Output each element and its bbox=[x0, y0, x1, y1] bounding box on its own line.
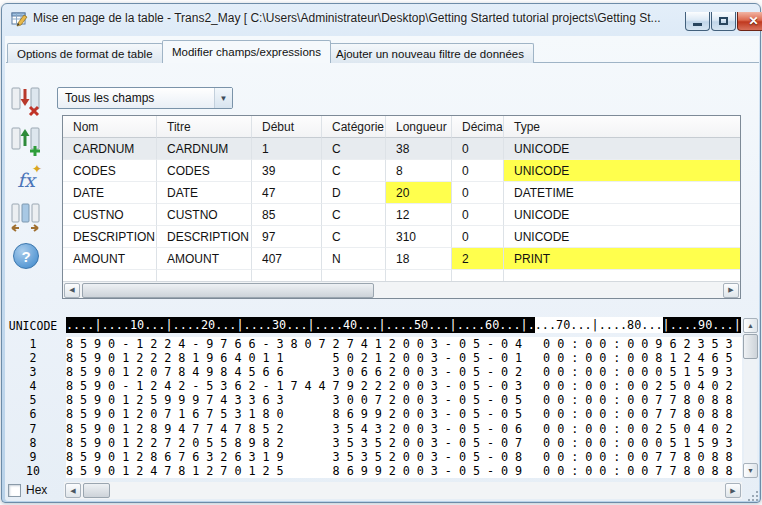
table-row-description[interactable]: DESCRIPTION DESCRIPTION 97 C 310 0 UNICO… bbox=[63, 226, 740, 248]
scroll-right-button[interactable]: ▶ bbox=[725, 483, 741, 498]
table-row-date[interactable]: DATE DATE 47 D 20 0 DATETIME bbox=[63, 182, 740, 204]
help-button[interactable]: ? bbox=[10, 240, 42, 272]
data-row[interactable]: 8590124781270125 86992003-05-09 00:00:00… bbox=[66, 464, 742, 478]
cell-categorie[interactable]: C bbox=[322, 204, 386, 226]
cell-nom[interactable]: AMOUNT bbox=[63, 248, 157, 270]
field-filter-combobox[interactable]: Tous les champs ▼ bbox=[57, 87, 233, 109]
resize-grip[interactable] bbox=[746, 489, 758, 501]
data-row[interactable]: 8590128947747852 35432003-05-06 00:00:00… bbox=[66, 422, 742, 436]
hscroll-thumb[interactable] bbox=[82, 283, 374, 298]
restore-button[interactable] bbox=[711, 12, 736, 31]
cell-longueur[interactable]: 38 bbox=[386, 138, 452, 160]
table-row-codes[interactable]: CODES CODES 39 C 8 0 UNICODE bbox=[63, 160, 740, 182]
ruler-covered-segment[interactable]: ....|....10...|....20...|....30...|....4… bbox=[66, 317, 535, 333]
cell-decimales[interactable]: 0 bbox=[452, 160, 504, 182]
cell-titre[interactable]: AMOUNT bbox=[157, 248, 252, 270]
ruler-covered-segment[interactable]: |....90...| bbox=[663, 317, 741, 333]
close-button[interactable]: ✕ bbox=[737, 12, 762, 31]
cell-debut[interactable]: 47 bbox=[252, 182, 322, 204]
cell-categorie[interactable]: N bbox=[322, 248, 386, 270]
cell-debut[interactable]: 85 bbox=[252, 204, 322, 226]
cell-longueur[interactable]: 18 bbox=[386, 248, 452, 270]
cell-decimales[interactable]: 0 bbox=[452, 182, 504, 204]
ruler-gap-segment[interactable]: ...70...|....80... bbox=[535, 317, 663, 333]
cell-titre[interactable]: CARDNUM bbox=[157, 138, 252, 160]
column-header-decimales[interactable]: Décimales bbox=[452, 116, 504, 138]
cell-categorie[interactable]: C bbox=[322, 226, 386, 248]
table-row-amount[interactable]: AMOUNT AMOUNT 407 N 18 2 PRINT bbox=[63, 248, 740, 270]
cell-decimales[interactable]: 0 bbox=[452, 204, 504, 226]
data-row[interactable]: 8590128676326319 35352003-05-08 00:00:00… bbox=[66, 450, 742, 464]
cell-longueur-highlighted[interactable]: 20 bbox=[386, 182, 452, 204]
scroll-up-button[interactable]: ▲ bbox=[743, 318, 758, 333]
scroll-down-button[interactable]: ▼ bbox=[743, 463, 758, 478]
tab-edit-fields-expressions[interactable]: Modifier champs/expressions bbox=[162, 40, 331, 63]
column-header-debut[interactable]: Début bbox=[252, 116, 322, 138]
title-bar[interactable]: Mise en page de la table - Trans2_May [ … bbox=[2, 4, 760, 35]
column-resize-button[interactable] bbox=[10, 202, 42, 234]
data-row[interactable]: 8590122720558982 35352003-05-07 00:00:00… bbox=[66, 436, 742, 450]
cell-categorie[interactable]: C bbox=[322, 160, 386, 182]
data-row[interactable]: 8590-1242-5362-174479222003-05-03 00:00:… bbox=[66, 379, 742, 393]
cell-decimales[interactable]: 0 bbox=[452, 226, 504, 248]
column-header-longueur[interactable]: Longueur bbox=[386, 116, 452, 138]
cell-nom[interactable]: CARDNUM bbox=[63, 138, 157, 160]
hex-checkbox[interactable] bbox=[8, 484, 21, 497]
vscroll-thumb[interactable] bbox=[743, 334, 758, 359]
tab-table-format-options[interactable]: Options de format de table bbox=[7, 43, 163, 63]
table-row-cardnum[interactable]: CARDNUM CARDNUM 1 C 38 0 UNICODE bbox=[63, 138, 740, 160]
field-filter-value: Tous les champs bbox=[58, 91, 214, 105]
data-row[interactable]: 8590122281964011 50212003-05-01 00:00:00… bbox=[66, 351, 742, 365]
cell-nom[interactable]: DESCRIPTION bbox=[63, 226, 157, 248]
data-row[interactable]: 8590125999743363 30072003-05-05 00:00:00… bbox=[66, 393, 742, 407]
cell-decimales-highlighted[interactable]: 2 bbox=[452, 248, 504, 270]
data-preview-vscrollbar[interactable]: ▲ ▼ bbox=[743, 318, 758, 478]
minimize-button[interactable] bbox=[685, 12, 710, 31]
edit-expression-button[interactable]: fx ✦ bbox=[10, 164, 42, 196]
tab-add-data-filter[interactable]: Ajouter un nouveau filtre de données bbox=[326, 43, 534, 63]
cell-titre[interactable]: CUSTNO bbox=[157, 204, 252, 226]
cell-longueur[interactable]: 8 bbox=[386, 160, 452, 182]
cell-type[interactable]: DATETIME bbox=[504, 182, 740, 204]
cell-categorie[interactable]: D bbox=[322, 182, 386, 204]
cell-titre[interactable]: DESCRIPTION bbox=[157, 226, 252, 248]
column-header-nom[interactable]: Nom bbox=[63, 116, 157, 138]
cell-type[interactable]: UNICODE bbox=[504, 226, 740, 248]
column-header-type[interactable]: Type bbox=[504, 116, 740, 138]
cell-titre[interactable]: DATE bbox=[157, 182, 252, 204]
data-row[interactable]: 8590120716753180 86992003-05-05 00:00:00… bbox=[66, 407, 742, 421]
remove-field-button[interactable] bbox=[10, 86, 42, 118]
scroll-left-button[interactable]: ◀ bbox=[64, 283, 80, 298]
combobox-dropdown-button[interactable]: ▼ bbox=[214, 88, 232, 108]
table-row-custno[interactable]: CUSTNO CUSTNO 85 C 12 0 UNICODE bbox=[63, 204, 740, 226]
cell-type[interactable]: UNICODE bbox=[504, 138, 740, 160]
cell-debut[interactable]: 39 bbox=[252, 160, 322, 182]
data-row[interactable]: 8590120784984566 30662003-05-02 00:00:00… bbox=[66, 365, 742, 379]
cell-type-highlighted[interactable]: PRINT bbox=[504, 248, 740, 270]
scroll-left-button[interactable]: ◀ bbox=[65, 483, 81, 498]
cell-longueur[interactable]: 310 bbox=[386, 226, 452, 248]
data-row[interactable]: 8590-1224-9766-380727412003-05-04 00:00:… bbox=[66, 337, 742, 351]
cell-debut[interactable]: 97 bbox=[252, 226, 322, 248]
byte-ruler[interactable]: ....|....10...|....20...|....30...|....4… bbox=[66, 317, 742, 333]
cell-nom[interactable]: CUSTNO bbox=[63, 204, 157, 226]
cell-nom[interactable]: CODES bbox=[63, 160, 157, 182]
column-resize-icon bbox=[11, 203, 41, 233]
cell-type[interactable]: UNICODE bbox=[504, 204, 740, 226]
column-header-titre[interactable]: Titre bbox=[157, 116, 252, 138]
hscroll-thumb[interactable] bbox=[83, 483, 110, 498]
cell-nom[interactable]: DATE bbox=[63, 182, 157, 204]
cell-decimales[interactable]: 0 bbox=[452, 138, 504, 160]
data-preview-hscrollbar[interactable]: ◀ ▶ bbox=[64, 482, 742, 499]
cell-debut[interactable]: 407 bbox=[252, 248, 322, 270]
cell-categorie[interactable]: C bbox=[322, 138, 386, 160]
scroll-right-button[interactable]: ▶ bbox=[723, 283, 739, 298]
add-field-button[interactable] bbox=[10, 126, 42, 158]
cell-type-highlighted[interactable]: UNICODE bbox=[504, 160, 740, 182]
column-header-categorie[interactable]: Catégorie bbox=[322, 116, 386, 138]
cell-titre[interactable]: CODES bbox=[157, 160, 252, 182]
cell-longueur[interactable]: 12 bbox=[386, 204, 452, 226]
screenshot-root: Mise en page de la table - Trans2_May [ … bbox=[0, 0, 762, 505]
fields-table-hscrollbar[interactable]: ◀ ▶ bbox=[63, 281, 740, 298]
cell-debut[interactable]: 1 bbox=[252, 138, 322, 160]
